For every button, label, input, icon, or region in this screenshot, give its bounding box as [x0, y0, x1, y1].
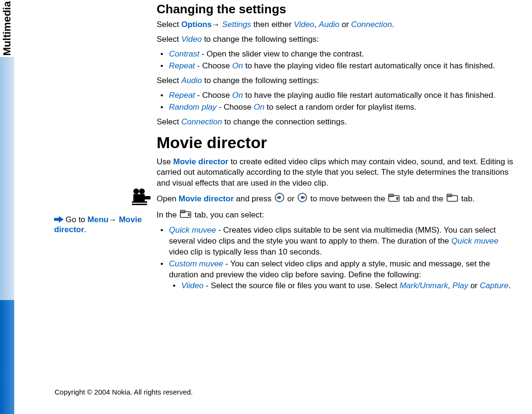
link-video: Video — [181, 35, 202, 44]
link-on: On — [232, 61, 243, 70]
t: - Choose — [195, 91, 232, 100]
folder-tab-icon — [180, 209, 191, 221]
list-item: Random play - Choose On to select a rand… — [157, 102, 518, 113]
para-in-tab: In the tab, you can select: — [157, 209, 518, 221]
folder-tab-alt-icon — [447, 193, 458, 205]
svg-point-9 — [301, 196, 304, 199]
t: - Creates video clips suitable to be sen… — [169, 226, 496, 245]
page-number: 40 — [19, 382, 34, 397]
t: to change the following settings: — [202, 35, 319, 44]
t: tab, you can select: — [192, 210, 264, 219]
t: - Choose — [216, 103, 253, 112]
t: or — [468, 281, 480, 290]
joystick-left-icon — [275, 193, 284, 206]
list-item: Repeat - Choose On to have the playing v… — [157, 61, 518, 72]
t: Open — [157, 194, 178, 203]
copyright-text: Copyright © 2004 Nokia. All rights reser… — [55, 388, 193, 396]
t: tab and the — [401, 194, 446, 203]
arrow-right-icon — [54, 216, 64, 225]
svg-point-7 — [278, 196, 281, 199]
link-audio: Audio — [319, 20, 339, 29]
sidebar-arrow-text: → — [109, 215, 119, 224]
link-custom-muvee: Custom muvee — [169, 259, 223, 268]
svg-rect-4 — [132, 201, 147, 203]
main-content: Changing the settings Select Options→ Se… — [157, 2, 518, 295]
folder-tab-icon — [388, 193, 400, 205]
t: then either — [251, 20, 294, 29]
para-select-video: Select Video to change the following set… — [157, 34, 518, 45]
sublist: Viideo - Select the source file or files… — [169, 281, 518, 292]
list-item: Quick muvee - Creates video clips suitab… — [157, 225, 518, 258]
link-viideo: Viideo — [181, 281, 204, 290]
svg-point-0 — [133, 188, 139, 194]
link-capture: Capture — [480, 281, 508, 290]
para-md-open: Open Movie director and press or to move… — [157, 193, 518, 206]
list-muvee: Quick muvee - Creates video clips suitab… — [157, 225, 518, 292]
list-item: Repeat - Choose On to have the playing a… — [157, 90, 518, 101]
para-select-connection: Select Connection to change the connecti… — [157, 117, 518, 128]
t: to have the playing video file restart a… — [243, 61, 495, 70]
link-connection: Connection — [351, 20, 392, 29]
link-movie-director: Movie director — [173, 157, 228, 166]
svg-point-1 — [139, 188, 145, 194]
link-random-play: Random play — [169, 103, 216, 112]
list-video-settings: Contrast - Open the slider view to chang… — [157, 49, 518, 72]
sidebar-period: . — [84, 225, 86, 234]
sidebar-link-menu: Menu — [87, 215, 108, 224]
link-play: Play — [452, 281, 468, 290]
svg-rect-17 — [188, 213, 190, 216]
para-select-audio: Select Audio to change the following set… — [157, 75, 518, 86]
t: to change the connection settings. — [222, 117, 347, 126]
link-on: On — [254, 103, 265, 112]
side-bar-gradient-top — [0, 57, 14, 300]
link-contrast: Contrast — [169, 49, 199, 58]
t: tab. — [459, 194, 475, 203]
side-tab-label: Multimedia — [1, 1, 13, 56]
t: - Choose — [195, 61, 232, 70]
list-item: Viideo - Select the source file or files… — [169, 281, 518, 292]
link-options: Options — [181, 20, 212, 29]
t: In the — [157, 210, 179, 219]
t: or — [339, 20, 351, 29]
movie-camera-icon — [132, 188, 153, 208]
t: to select a random order for playlist it… — [264, 103, 416, 112]
t: and press — [234, 194, 274, 203]
side-bar-gradient-bottom — [0, 300, 14, 414]
sidebar-text-goto: Go to — [65, 215, 87, 224]
t: Select — [157, 35, 181, 44]
t: or — [285, 194, 297, 203]
svg-rect-5 — [132, 204, 147, 205]
svg-rect-12 — [396, 197, 398, 200]
t: Select — [157, 20, 181, 29]
t: . — [508, 281, 511, 290]
svg-rect-2 — [133, 194, 145, 201]
joystick-right-icon — [298, 193, 307, 206]
t: Select — [157, 76, 181, 85]
t: , — [448, 281, 452, 290]
t: to have the playing audio file restart a… — [243, 91, 495, 100]
t: , — [314, 20, 318, 29]
t: → — [212, 20, 222, 29]
list-item: Contrast - Open the slider view to chang… — [157, 49, 518, 60]
svg-rect-3 — [145, 196, 150, 199]
link-connection: Connection — [181, 117, 222, 126]
para-md-intro: Use Movie director to create edited vide… — [157, 157, 518, 189]
t: - Select the source file or files you wa… — [204, 281, 400, 290]
para-select-options: Select Options→ Settings then either Vid… — [157, 19, 518, 30]
t: Select — [157, 117, 181, 126]
link-settings: Settings — [222, 20, 251, 29]
link-repeat: Repeat — [169, 61, 195, 70]
t: . — [392, 20, 394, 29]
link-quick-muvee: Quick muvee — [451, 236, 498, 245]
list-item: Custom muvee - You can select video clip… — [157, 259, 518, 292]
t: - Open the slider view to change the con… — [199, 49, 364, 58]
link-movie-director: Movie director — [178, 194, 233, 203]
side-tab: Multimedia — [0, 0, 14, 57]
sidebar-nav-hint: Go to Menu→ Movie director. — [54, 215, 149, 235]
t: video clip is typically less than 10 sec… — [169, 247, 322, 256]
heading-movie-director: Movie director — [157, 133, 518, 152]
t: to change the following settings: — [202, 76, 319, 85]
t: to move between the — [308, 194, 387, 203]
link-repeat: Repeat — [169, 91, 195, 100]
list-audio-settings: Repeat - Choose On to have the playing a… — [157, 90, 518, 113]
